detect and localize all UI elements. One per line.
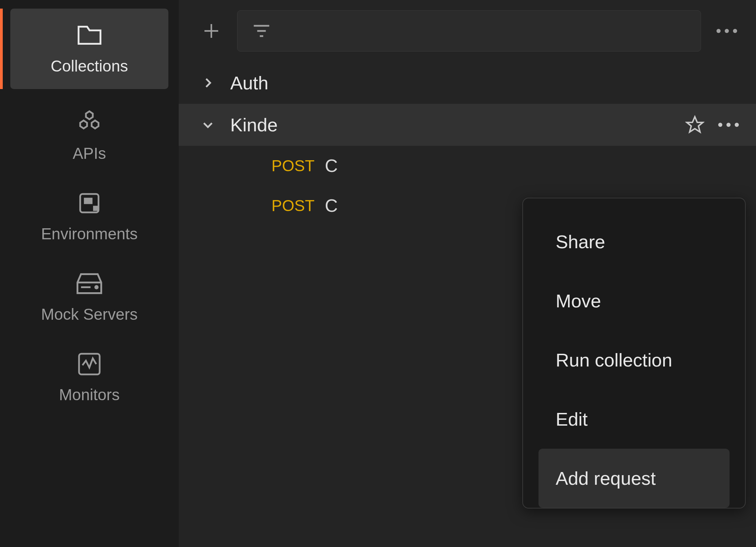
menu-item-add-request[interactable]: Add request (538, 449, 730, 508)
request-name: C (325, 155, 338, 176)
collection-name: Auth (230, 72, 739, 94)
menu-item-move[interactable]: Move (538, 271, 730, 330)
svg-rect-4 (85, 198, 92, 203)
folder-icon (75, 19, 104, 52)
more-options-button[interactable] (711, 29, 742, 33)
svg-marker-2 (92, 120, 99, 128)
more-horizontal-icon (718, 123, 739, 127)
server-icon (74, 267, 105, 300)
chevron-right-icon (199, 76, 216, 90)
sidebar-item-label: Environments (41, 225, 137, 243)
svg-marker-1 (80, 120, 87, 128)
hexagons-icon (76, 106, 103, 139)
menu-item-edit[interactable]: Edit (538, 390, 730, 449)
svg-marker-15 (687, 117, 703, 132)
collection-row-auth[interactable]: Auth (179, 62, 756, 104)
top-bar (179, 0, 756, 62)
svg-point-8 (95, 286, 98, 288)
favorite-button[interactable] (685, 115, 704, 134)
collection-row-kinde[interactable]: Kinde (179, 104, 756, 146)
svg-rect-9 (79, 354, 100, 374)
collection-actions (685, 115, 739, 134)
filter-input[interactable] (237, 10, 701, 52)
request-row[interactable]: POST C (179, 146, 756, 186)
context-menu: Share Move Run collection Edit Add reque… (522, 198, 746, 508)
menu-item-run-collection[interactable]: Run collection (538, 330, 730, 390)
filter-icon (251, 21, 272, 41)
svg-marker-0 (86, 111, 93, 119)
environment-icon (76, 187, 103, 219)
sidebar-item-environments[interactable]: Environments (0, 176, 179, 257)
sidebar-item-label: APIs (73, 144, 106, 163)
svg-rect-5 (94, 207, 97, 210)
new-button[interactable] (196, 15, 227, 46)
sidebar: Collections APIs Environments (0, 0, 179, 547)
sidebar-item-label: Collections (51, 57, 128, 75)
main-panel: Auth Kinde POST C PO (179, 0, 756, 547)
request-name: C (325, 195, 338, 216)
activity-icon (76, 348, 103, 380)
more-horizontal-icon (716, 29, 737, 33)
sidebar-item-label: Mock Servers (41, 305, 137, 324)
sidebar-item-apis[interactable]: APIs (0, 96, 179, 176)
sidebar-item-label: Monitors (59, 385, 120, 404)
sidebar-item-collections[interactable]: Collections (10, 9, 168, 89)
sidebar-item-mock-servers[interactable]: Mock Servers (0, 257, 179, 337)
method-badge: POST (271, 196, 314, 215)
collection-name: Kinde (230, 114, 671, 135)
chevron-down-icon (199, 118, 216, 132)
sidebar-item-monitors[interactable]: Monitors (0, 337, 179, 418)
method-badge: POST (271, 156, 314, 175)
menu-item-share[interactable]: Share (538, 212, 730, 271)
collection-more-button[interactable] (718, 123, 739, 127)
